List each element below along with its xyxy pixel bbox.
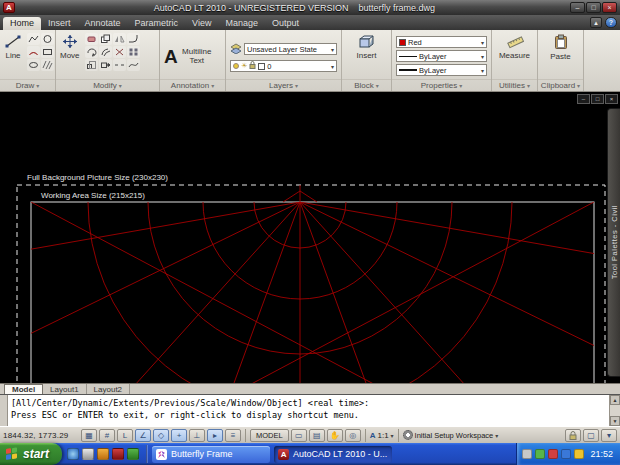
task-autocad[interactable]: A AutoCAD LT 2010 - U... [274,446,392,463]
model-space-button[interactable]: MODEL [250,429,289,442]
command-line-text[interactable]: [All/Center/Dynamic/Extents/Previous/Sca… [8,395,609,426]
application-menu-button[interactable]: A [3,2,15,13]
tab-parametric[interactable]: Parametric [128,17,186,30]
drawing-close-button[interactable]: × [605,94,618,104]
block-panel-expander[interactable]: Block [342,79,391,91]
tab-annotate[interactable]: Annotate [78,17,128,30]
line-button[interactable]: Line [2,33,24,61]
utilities-panel-expander[interactable]: Utilities [492,79,537,91]
tray-icon-5[interactable] [574,449,584,459]
hatch-icon[interactable] [41,59,54,71]
tray-icon-3[interactable] [548,449,558,459]
layer-state-combo[interactable]: Unsaved Layer State [244,43,337,55]
workspace-switcher[interactable]: Initial Setup Workspace [403,430,499,440]
trim-icon[interactable] [113,46,126,58]
tab-view[interactable]: View [185,17,218,30]
ortho-toggle[interactable]: L [117,429,133,442]
array-icon[interactable] [127,46,140,58]
offset-icon[interactable] [99,46,112,58]
modify-panel-expander[interactable]: Modify [56,79,159,91]
tab-model[interactable]: Model [4,384,43,394]
otrack-toggle[interactable]: + [171,429,187,442]
tray-icon-1[interactable] [522,449,532,459]
scroll-up-icon[interactable]: ▲ [610,395,620,405]
taskbar-clock[interactable]: 21:52 [590,449,613,459]
command-line-scrollbar[interactable]: ▲ ▼ [609,395,620,426]
quick-launch-icon-1[interactable] [67,448,79,460]
measure-button[interactable]: Measure [497,33,532,61]
circle-icon[interactable] [41,33,54,45]
ribbon-minimize-button[interactable]: ▴ [590,17,602,28]
clipboard-panel-expander[interactable]: Clipboard [538,79,583,91]
paste-button[interactable]: Paste [548,33,572,62]
scale-icon[interactable] [85,59,98,71]
arc-icon[interactable] [27,46,40,58]
mirror-icon[interactable] [113,33,126,45]
help-button[interactable]: ? [605,17,617,28]
status-menu-button[interactable]: ▾ [601,429,617,442]
ellipse-icon[interactable] [27,59,40,71]
osnap-toggle[interactable]: ◇ [153,429,169,442]
tray-icon-2[interactable] [535,449,545,459]
drawing-canvas[interactable]: Full Background Picture Size (230x230) W… [0,92,607,383]
break-icon[interactable] [113,59,126,71]
copy-icon[interactable] [99,33,112,45]
scroll-down-icon[interactable]: ▼ [610,416,620,426]
start-button[interactable]: start [0,443,62,465]
quick-launch-icon-5[interactable] [127,448,139,460]
insert-block-button[interactable]: Insert [354,33,378,61]
maximize-button[interactable]: □ [586,2,601,13]
grid-toggle[interactable]: # [99,429,115,442]
task-butterfly-frame[interactable]: Butterfly Frame [152,446,270,463]
rectangle-icon[interactable] [41,46,54,58]
layer-properties-icon[interactable] [230,40,242,58]
tab-layout2[interactable]: Layout2 [87,384,130,394]
tab-manage[interactable]: Manage [218,17,265,30]
properties-panel-expander[interactable]: Properties [392,79,491,91]
join-icon[interactable] [127,59,140,71]
command-line-grip[interactable] [0,395,8,426]
erase-icon[interactable] [85,33,98,45]
lwt-toggle[interactable]: ≡ [225,429,241,442]
lineweight-combo[interactable]: ByLayer [396,64,487,76]
snap-toggle[interactable]: ▦ [81,429,97,442]
dyn-toggle[interactable]: ▸ [207,429,223,442]
polar-toggle[interactable]: ∠ [135,429,151,442]
rotate-icon[interactable] [85,46,98,58]
quick-view-drawings-icon[interactable]: ▤ [309,429,325,442]
tab-home[interactable]: Home [3,17,41,30]
annotation-panel-expander[interactable]: Annotation [160,79,225,91]
quick-view-layouts-icon[interactable]: ▭ [291,429,307,442]
toolbar-lock-icon[interactable] [565,429,581,442]
layer-combo[interactable]: ☀ 0 [230,60,337,72]
object-color-combo[interactable]: Red [396,36,487,48]
ducs-toggle[interactable]: ⊥ [189,429,205,442]
layers-panel-expander[interactable]: Layers [226,79,341,91]
draw-panel-expander[interactable]: Draw [0,79,55,91]
tool-palettes-tab[interactable]: Tool Palettes - Civil [607,108,620,377]
insert-block-icon [357,34,375,51]
clean-screen-button[interactable]: ▢ [583,429,599,442]
tray-icon-4[interactable] [561,449,571,459]
tab-output[interactable]: Output [265,17,306,30]
multiline-text-button[interactable]: A Multiline Text [162,46,215,67]
polyline-icon[interactable] [27,33,40,45]
move-button[interactable]: Move [58,33,82,61]
tab-layout1[interactable]: Layout1 [43,384,86,394]
quick-launch-icon-4[interactable] [112,448,124,460]
stretch-icon[interactable] [99,59,112,71]
fillet-icon[interactable] [127,33,140,45]
close-button[interactable]: × [602,2,617,13]
annotation-scale-button[interactable]: A 1:1 ▾ [370,431,394,440]
quick-launch-icon-3[interactable] [97,448,109,460]
minimize-button[interactable]: – [570,2,585,13]
drawing-restore-button[interactable]: □ [591,94,604,104]
coordinates-readout[interactable]: 1844.32, 1773.29 [3,431,79,440]
tab-insert[interactable]: Insert [41,17,78,30]
zoom-icon[interactable]: ◎ [345,429,361,442]
quick-launch-icon-2[interactable] [82,448,94,460]
linetype-combo[interactable]: ByLayer [396,50,487,62]
drawing-area: – □ × Tool Palettes - Civil Full Backgro… [0,92,620,383]
pan-icon[interactable]: ✋ [327,429,343,442]
drawing-minimize-button[interactable]: – [577,94,590,104]
